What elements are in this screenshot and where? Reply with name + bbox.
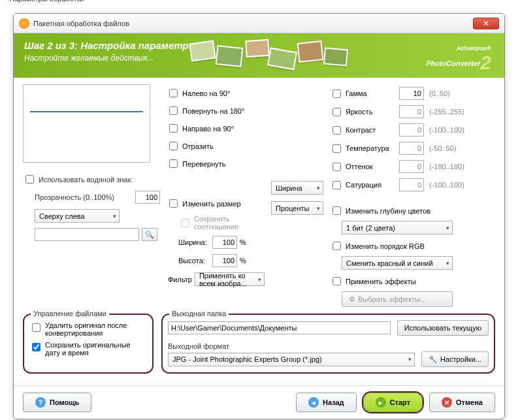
opacity-label: Прозрачность (0..100%) [35,193,114,201]
output-group: Выходная папка Использовать текущую Выхо… [161,314,495,374]
rotate-left-checkbox[interactable] [169,89,178,97]
use-watermark-label: Использовать водяной знак: [39,176,133,184]
resize-dim-dropdown[interactable]: Ширина [271,181,323,195]
start-button[interactable]: ►Старт [363,393,423,412]
tint-input[interactable] [399,160,424,173]
choose-effects-button[interactable]: ⚙Выбрать эффекты... [342,291,453,307]
filter-dropdown[interactable]: Применять ко всем изобра... [195,272,265,286]
footer: ?Помощь ◄Назад ►Старт ✕Отмена [14,385,504,419]
gamma-checkbox[interactable] [332,89,341,98]
opacity-input[interactable] [135,191,160,204]
delete-original-checkbox[interactable] [32,323,40,332]
contrast-checkbox[interactable] [332,126,341,135]
gear-icon: ⚙ [349,295,355,304]
keep-ratio-checkbox[interactable] [181,219,189,227]
output-folder-legend: Выходная папка [169,310,229,317]
rgb-order-checkbox[interactable] [332,242,341,250]
mirror-checkbox[interactable] [169,142,178,150]
rgb-order-dropdown[interactable]: Сменить красный и синий [342,256,453,270]
titlebar: Пакетная обработка файлов ✕ [14,14,504,33]
watermark-file-input[interactable] [35,228,139,241]
window-title: Пакетная обработка файлов [33,20,129,27]
brightness-checkbox[interactable] [332,108,341,116]
rotate-180-checkbox[interactable] [169,106,178,115]
watermark-position-dropdown[interactable]: Сверху слева [35,209,120,223]
output-format-dropdown[interactable]: JPG - Joint Photographic Experts Group (… [168,353,415,366]
brand-logo: Ashampoo® PhotoConverter2 [426,45,491,74]
arrow-right-icon: ► [376,397,386,408]
cancel-icon: ✕ [442,397,452,408]
window: Пакетная обработка файлов ✕ Шаг 2 из 3: … [13,13,505,419]
wrench-icon: 🔧 [429,355,438,364]
colordepth-dropdown[interactable]: 1 бит (2 цвета) [342,221,453,234]
help-icon: ? [35,397,46,408]
back-button[interactable]: ◄Назад [296,393,357,412]
colordepth-checkbox[interactable] [332,206,341,215]
output-format-label: Выходной формат [168,342,489,350]
photo-collage [184,37,353,76]
effects-checkbox[interactable] [332,277,341,285]
banner: Шаг 2 из 3: Настройка параметров Настрой… [14,33,504,78]
format-settings-button[interactable]: 🔧Настройки... [421,351,489,367]
resize-height-input[interactable] [212,254,237,267]
resize-unit-dropdown[interactable]: Проценты [271,201,323,215]
temperature-input[interactable] [399,142,424,155]
temperature-checkbox[interactable] [332,144,341,153]
resize-width-input[interactable] [212,236,237,249]
file-management-group: Управление файлами Удалить оригинал посл… [23,314,154,374]
use-current-button[interactable]: Использовать текущую [397,320,489,336]
flip-checkbox[interactable] [169,159,178,168]
resize-checkbox[interactable] [169,199,178,208]
browse-watermark-button[interactable]: 🔍 [142,228,157,241]
file-management-legend: Управление файлами [31,310,109,317]
saturation-checkbox[interactable] [332,181,341,189]
contrast-input[interactable] [399,123,424,137]
arrow-left-icon: ◄ [308,397,319,408]
saturation-input[interactable] [399,178,424,191]
preview-image [23,84,150,163]
app-icon [19,18,29,29]
keep-date-checkbox[interactable] [32,343,40,351]
gamma-input[interactable] [399,87,424,100]
processing-params-group: Параметры обработки Использовать водяной… [23,84,495,307]
cancel-button[interactable]: ✕Отмена [429,393,495,412]
brightness-input[interactable] [399,105,424,118]
close-button[interactable]: ✕ [473,18,499,29]
rotate-right-checkbox[interactable] [169,124,178,133]
use-watermark-checkbox[interactable] [25,175,34,184]
help-button[interactable]: ?Помощь [23,393,91,412]
tint-checkbox[interactable] [332,163,341,171]
output-folder-input[interactable] [168,321,391,334]
